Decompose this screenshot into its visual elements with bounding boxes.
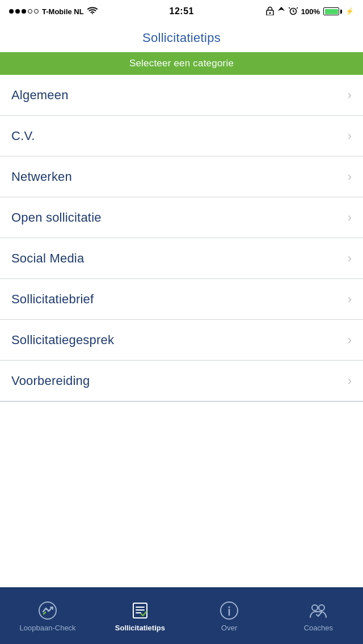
- charging-icon: ⚡: [345, 7, 354, 15]
- bottom-nav: Loopbaan-Check Sollicitatietips Over: [0, 587, 363, 644]
- nav-item-sollicitatietips-label: Sollicitatietips: [115, 624, 165, 632]
- list-item-label: Algemeen: [11, 88, 69, 103]
- svg-point-13: [319, 605, 324, 611]
- category-list: Algemeen › C.V. › Netwerken › Open solli…: [0, 75, 363, 401]
- coaches-icon: [308, 600, 328, 621]
- signal-dot-2: [15, 9, 20, 14]
- sollicitatietips-icon: [130, 600, 150, 621]
- nav-item-over[interactable]: Over: [195, 596, 263, 637]
- nav-item-coaches-label: Coaches: [304, 624, 333, 632]
- alarm-icon: [289, 6, 298, 17]
- list-item-label: C.V.: [11, 129, 35, 143]
- list-item-sollicitatiebrief[interactable]: Sollicitatiebrief ›: [0, 279, 363, 320]
- list-item-sollicitatiegesprek[interactable]: Sollicitatiegesprek ›: [0, 320, 363, 361]
- chevron-right-icon: ›: [348, 375, 352, 387]
- nav-item-loopbaan-check-label: Loopbaan-Check: [20, 624, 76, 632]
- list-item-label: Social Media: [11, 251, 84, 266]
- svg-point-10: [229, 606, 230, 608]
- list-item-netwerken[interactable]: Netwerken ›: [0, 156, 363, 197]
- list-item-cv[interactable]: C.V. ›: [0, 116, 363, 156]
- svg-point-0: [92, 13, 93, 14]
- nav-item-sollicitatietips[interactable]: Sollicitatietips: [106, 596, 174, 637]
- status-bar: T-Mobile NL 12:51: [0, 0, 363, 23]
- nav-item-coaches[interactable]: Coaches: [284, 596, 352, 637]
- battery-indicator: [323, 7, 342, 15]
- nav-item-over-label: Over: [221, 624, 237, 632]
- signal-dot-5: [34, 9, 39, 14]
- divider: [0, 401, 363, 402]
- category-header-label: Selecteer een categorie: [129, 58, 234, 69]
- list-item-voorbereiding[interactable]: Voorbereiding ›: [0, 361, 363, 401]
- wifi-icon: [87, 6, 98, 16]
- signal-dot-4: [28, 9, 32, 14]
- status-time: 12:51: [170, 6, 194, 16]
- chevron-right-icon: ›: [348, 89, 352, 101]
- signal-dot-1: [9, 9, 14, 14]
- signal-dot-3: [22, 9, 26, 14]
- chevron-right-icon: ›: [348, 334, 352, 346]
- list-item-label: Sollicitatiebrief: [11, 292, 94, 307]
- page-title: Sollicitatietips: [0, 23, 363, 52]
- chevron-right-icon: ›: [348, 211, 352, 224]
- list-item-label: Voorbereiding: [11, 374, 90, 388]
- list-item-label: Open sollicitatie: [11, 210, 102, 225]
- nav-item-loopbaan-check[interactable]: Loopbaan-Check: [11, 596, 85, 637]
- svg-point-2: [269, 12, 271, 14]
- loopbaan-check-icon: [37, 600, 58, 621]
- list-item-algemeen[interactable]: Algemeen ›: [0, 75, 363, 116]
- location-icon: [277, 6, 285, 17]
- over-icon: [219, 600, 239, 621]
- list-item-label: Sollicitatiegesprek: [11, 333, 114, 348]
- status-right: 100% ⚡: [266, 6, 354, 17]
- chevron-right-icon: ›: [348, 171, 352, 183]
- list-item-social-media[interactable]: Social Media ›: [0, 238, 363, 279]
- status-left: T-Mobile NL: [9, 6, 98, 16]
- chevron-right-icon: ›: [348, 130, 352, 142]
- list-item-label: Netwerken: [11, 170, 72, 184]
- svg-point-12: [312, 605, 318, 611]
- carrier-label: T-Mobile NL: [42, 7, 84, 16]
- signal-dots: [9, 9, 39, 14]
- list-item-open-sollicitatie[interactable]: Open sollicitatie ›: [0, 197, 363, 238]
- category-header: Selecteer een categorie: [0, 52, 363, 75]
- battery-percent: 100%: [301, 7, 320, 16]
- chevron-right-icon: ›: [348, 252, 352, 265]
- lock-icon: [266, 6, 274, 17]
- chevron-right-icon: ›: [348, 293, 352, 306]
